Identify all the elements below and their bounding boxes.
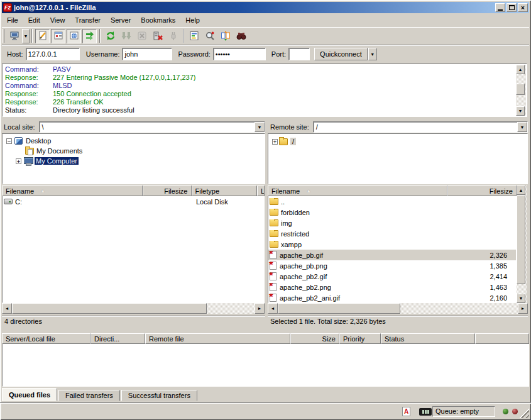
column-header-size[interactable]: Size bbox=[290, 333, 339, 344]
host-input[interactable] bbox=[26, 48, 80, 60]
local-site-combobox[interactable]: \ ▼ bbox=[39, 121, 265, 133]
column-header-filetype[interactable]: Filetype bbox=[192, 185, 258, 196]
remote-site-combobox[interactable]: / ▼ bbox=[313, 121, 528, 133]
column-label: Filename bbox=[6, 187, 34, 195]
tree-item-root[interactable]: + / bbox=[268, 136, 527, 146]
file-row[interactable]: apache_pb2.gif2,414 bbox=[268, 271, 516, 282]
file-name: restricted bbox=[281, 230, 309, 238]
expand-icon[interactable]: + bbox=[272, 139, 278, 145]
log-line: Response:150 Connection accepted bbox=[3, 90, 527, 98]
scrollbar-thumb[interactable] bbox=[516, 84, 525, 95]
scroll-left-button[interactable]: ◄ bbox=[2, 303, 12, 314]
column-header-filesize[interactable]: Filesize bbox=[143, 185, 192, 196]
site-manager-dropdown-button[interactable]: ▼ bbox=[22, 29, 30, 43]
toggle-remote-tree-button[interactable] bbox=[67, 29, 81, 43]
directory-filters-button[interactable] bbox=[187, 29, 201, 43]
log-label: Command: bbox=[5, 82, 53, 90]
close-button[interactable]: × bbox=[518, 3, 528, 12]
scroll-down-button[interactable]: ▼ bbox=[516, 106, 525, 116]
file-row[interactable]: .. bbox=[268, 196, 516, 207]
column-header-filesize[interactable]: Filesize bbox=[447, 185, 517, 196]
tab-queued-files[interactable]: Queued files bbox=[2, 388, 57, 401]
toolbar-separator bbox=[99, 29, 101, 43]
scroll-left-button[interactable]: ◄ bbox=[268, 303, 278, 314]
menu-transfer[interactable]: Transfer bbox=[70, 14, 106, 26]
scrollbar-thumb[interactable] bbox=[517, 195, 525, 284]
remote-horizontal-scrollbar[interactable]: ◄ ► bbox=[268, 303, 528, 314]
filezilla-window: Fz john@127.0.0.1 - FileZilla × File Edi… bbox=[0, 0, 531, 420]
file-search-button[interactable] bbox=[202, 29, 217, 43]
cancel-icon bbox=[137, 31, 147, 41]
quickconnect-dropdown-button[interactable]: ▼ bbox=[368, 48, 377, 60]
file-row-local-c-drive[interactable]: C: Local Disk bbox=[3, 196, 264, 207]
desktop-icon bbox=[14, 137, 23, 145]
refresh-button[interactable] bbox=[103, 29, 118, 43]
port-input[interactable] bbox=[288, 48, 310, 60]
file-row[interactable]: apache_pb2.png1,463 bbox=[268, 282, 516, 292]
expand-icon[interactable]: + bbox=[16, 158, 21, 164]
file-name: forbidden bbox=[281, 209, 310, 216]
maximize-button[interactable] bbox=[506, 3, 517, 12]
collapse-icon[interactable]: − bbox=[6, 138, 12, 144]
scroll-up-button[interactable]: ▲ bbox=[517, 185, 525, 195]
toggle-local-tree-button[interactable] bbox=[51, 29, 65, 43]
column-header-priority[interactable]: Priority bbox=[339, 333, 381, 344]
file-row[interactable]: img bbox=[268, 218, 516, 228]
column-header-remote-file[interactable]: Remote file bbox=[145, 333, 290, 344]
menu-view[interactable]: View bbox=[45, 14, 70, 26]
image-file-icon bbox=[270, 251, 276, 259]
data-type-ascii-icon[interactable]: A bbox=[402, 407, 410, 416]
scrollbar-thumb[interactable] bbox=[278, 303, 400, 314]
scroll-right-button[interactable]: ► bbox=[255, 303, 265, 314]
scroll-down-button[interactable]: ▼ bbox=[517, 294, 525, 303]
compare-directories-button[interactable] bbox=[218, 29, 233, 43]
menu-edit[interactable]: Edit bbox=[23, 14, 45, 26]
password-input[interactable] bbox=[213, 48, 266, 60]
toggle-transfer-queue-button[interactable] bbox=[82, 29, 97, 43]
menu-file[interactable]: File bbox=[2, 14, 23, 26]
column-header-direction[interactable]: Directi... bbox=[90, 333, 145, 344]
quickconnect-button[interactable]: Quickconnect bbox=[314, 48, 368, 60]
activity-led-green bbox=[503, 409, 508, 414]
column-header-truncated[interactable]: L bbox=[257, 185, 265, 196]
speed-limit-indicator-icon[interactable] bbox=[419, 408, 432, 416]
scroll-up-button[interactable]: ▲ bbox=[516, 65, 525, 74]
log-label: Response: bbox=[5, 74, 53, 82]
file-row[interactable]: xampp bbox=[268, 239, 516, 250]
menu-bookmarks[interactable]: Bookmarks bbox=[136, 14, 180, 26]
minimize-button[interactable] bbox=[495, 3, 505, 12]
tree-item-my-documents[interactable]: My Documents bbox=[3, 146, 265, 156]
username-input[interactable] bbox=[122, 48, 172, 60]
chevron-down-icon[interactable]: ▼ bbox=[255, 122, 265, 132]
file-row-selected[interactable]: apache_pb.gif2,326 bbox=[268, 250, 516, 260]
tree-item-my-computer[interactable]: + My Computer bbox=[3, 156, 265, 166]
remote-vertical-scrollbar[interactable]: ▲ ▼ bbox=[517, 185, 527, 303]
transfer-queue-list[interactable] bbox=[2, 344, 529, 387]
resize-grip[interactable] bbox=[519, 408, 529, 418]
disconnect-button[interactable] bbox=[150, 29, 165, 43]
local-horizontal-scrollbar[interactable]: ◄ ► bbox=[2, 303, 265, 314]
tab-successful-transfers[interactable]: Successful transfers bbox=[121, 390, 197, 401]
file-row[interactable]: apache_pb.png1,385 bbox=[268, 260, 516, 271]
column-header-server-local-file[interactable]: Server/Local file bbox=[2, 333, 90, 344]
column-label: Filesize bbox=[490, 187, 513, 195]
synchronized-browsing-button[interactable] bbox=[234, 29, 248, 43]
scroll-right-button[interactable]: ► bbox=[518, 303, 528, 314]
file-row[interactable]: restricted bbox=[268, 228, 516, 239]
chevron-down-icon[interactable]: ▼ bbox=[517, 122, 527, 132]
column-header-status[interactable]: Status bbox=[381, 333, 475, 344]
remote-list-header: Filename ▲ Filesize bbox=[268, 185, 517, 196]
file-row[interactable]: forbidden bbox=[268, 207, 516, 218]
log-vertical-scrollbar[interactable]: ▲ ▼ bbox=[516, 65, 526, 116]
column-header-filename[interactable]: Filename ▲ bbox=[268, 185, 447, 196]
tab-failed-transfers[interactable]: Failed transfers bbox=[58, 390, 120, 401]
scrollbar-thumb[interactable] bbox=[12, 303, 207, 314]
column-header-filename[interactable]: Filename ▲ bbox=[2, 185, 143, 196]
menu-help[interactable]: Help bbox=[180, 14, 205, 26]
tree-item-desktop[interactable]: − Desktop bbox=[3, 136, 265, 146]
file-row[interactable]: apache_pb2_ani.gif2,160 bbox=[268, 292, 516, 303]
title-bar: Fz john@127.0.0.1 - FileZilla × bbox=[2, 2, 529, 13]
menu-server[interactable]: Server bbox=[106, 14, 136, 26]
site-manager-button[interactable] bbox=[7, 29, 21, 43]
toggle-message-log-button[interactable] bbox=[35, 29, 50, 43]
